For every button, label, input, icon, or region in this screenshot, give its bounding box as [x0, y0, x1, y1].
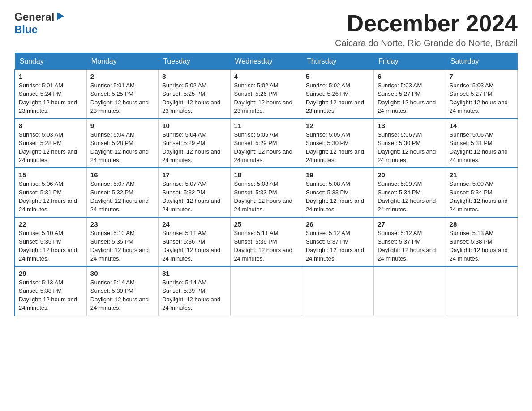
calendar-cell: 18 Sunrise: 5:08 AMSunset: 5:33 PMDaylig… [230, 168, 302, 217]
day-number: 7 [450, 73, 514, 80]
day-number: 11 [234, 122, 298, 129]
day-info: Sunrise: 5:13 AMSunset: 5:38 PMDaylight:… [450, 230, 508, 262]
calendar-cell: 22 Sunrise: 5:10 AMSunset: 5:35 PMDaylig… [15, 217, 86, 266]
day-info: Sunrise: 5:12 AMSunset: 5:37 PMDaylight:… [306, 230, 364, 262]
day-info: Sunrise: 5:03 AMSunset: 5:27 PMDaylight:… [378, 82, 436, 114]
day-info: Sunrise: 5:07 AMSunset: 5:32 PMDaylight:… [162, 180, 220, 213]
day-number: 5 [306, 73, 370, 80]
day-number: 23 [90, 220, 154, 228]
day-info: Sunrise: 5:11 AMSunset: 5:36 PMDaylight:… [162, 230, 220, 262]
weekday-header-sunday: Sunday [15, 53, 86, 69]
day-info: Sunrise: 5:08 AMSunset: 5:33 PMDaylight:… [234, 180, 292, 213]
calendar-cell: 26 Sunrise: 5:12 AMSunset: 5:37 PMDaylig… [302, 217, 373, 266]
day-info: Sunrise: 5:04 AMSunset: 5:28 PMDaylight:… [90, 131, 149, 163]
day-number: 1 [19, 73, 83, 80]
calendar-cell: 20 Sunrise: 5:09 AMSunset: 5:34 PMDaylig… [374, 168, 446, 217]
day-number: 3 [162, 73, 226, 80]
day-number: 28 [450, 220, 514, 228]
calendar-cell: 27 Sunrise: 5:12 AMSunset: 5:37 PMDaylig… [374, 217, 446, 266]
day-number: 14 [450, 122, 514, 129]
calendar-cell: 31 Sunrise: 5:14 AMSunset: 5:39 PMDaylig… [159, 266, 230, 316]
calendar-cell: 16 Sunrise: 5:07 AMSunset: 5:32 PMDaylig… [86, 168, 158, 217]
calendar-cell [230, 266, 302, 316]
day-info: Sunrise: 5:14 AMSunset: 5:39 PMDaylight:… [162, 279, 220, 311]
logo-triangle-icon [55, 11, 65, 21]
day-info: Sunrise: 5:02 AMSunset: 5:25 PMDaylight:… [162, 82, 220, 114]
day-info: Sunrise: 5:14 AMSunset: 5:39 PMDaylight:… [90, 279, 149, 311]
day-info: Sunrise: 5:02 AMSunset: 5:26 PMDaylight:… [306, 82, 364, 114]
calendar-cell: 30 Sunrise: 5:14 AMSunset: 5:39 PMDaylig… [86, 266, 158, 316]
calendar-cell: 7 Sunrise: 5:03 AMSunset: 5:27 PMDayligh… [446, 69, 517, 119]
day-info: Sunrise: 5:01 AMSunset: 5:25 PMDaylight:… [90, 82, 149, 114]
svg-marker-0 [57, 12, 64, 20]
day-info: Sunrise: 5:09 AMSunset: 5:34 PMDaylight:… [450, 180, 508, 213]
day-number: 17 [162, 171, 226, 179]
day-info: Sunrise: 5:05 AMSunset: 5:29 PMDaylight:… [234, 131, 292, 163]
title-block: December 2024 Caicara do Norte, Rio Gran… [335, 11, 518, 48]
weekday-header-monday: Monday [86, 53, 158, 69]
calendar-table: SundayMondayTuesdayWednesdayThursdayFrid… [14, 53, 518, 316]
calendar-cell: 13 Sunrise: 5:06 AMSunset: 5:30 PMDaylig… [374, 119, 446, 168]
day-number: 18 [234, 171, 298, 179]
calendar-cell: 9 Sunrise: 5:04 AMSunset: 5:28 PMDayligh… [86, 119, 158, 168]
calendar-week-row: 22 Sunrise: 5:10 AMSunset: 5:35 PMDaylig… [15, 217, 518, 266]
calendar-cell: 24 Sunrise: 5:11 AMSunset: 5:36 PMDaylig… [159, 217, 230, 266]
day-number: 10 [162, 122, 226, 129]
weekday-header-tuesday: Tuesday [159, 53, 230, 69]
page-header: General Blue December 2024 Caicara do No… [14, 11, 518, 48]
day-number: 6 [378, 73, 442, 80]
weekday-header-thursday: Thursday [302, 53, 373, 69]
calendar-cell: 4 Sunrise: 5:02 AMSunset: 5:26 PMDayligh… [230, 69, 302, 119]
weekday-header-saturday: Saturday [446, 53, 517, 69]
weekday-header-row: SundayMondayTuesdayWednesdayThursdayFrid… [15, 53, 518, 69]
day-number: 31 [162, 270, 226, 277]
calendar-cell: 29 Sunrise: 5:13 AMSunset: 5:38 PMDaylig… [15, 266, 86, 316]
day-number: 26 [306, 220, 370, 228]
calendar-cell: 3 Sunrise: 5:02 AMSunset: 5:25 PMDayligh… [159, 69, 230, 119]
month-title: December 2024 [335, 11, 518, 36]
location-subtitle: Caicara do Norte, Rio Grande do Norte, B… [335, 38, 518, 48]
calendar-cell: 2 Sunrise: 5:01 AMSunset: 5:25 PMDayligh… [86, 69, 158, 119]
calendar-cell: 1 Sunrise: 5:01 AMSunset: 5:24 PMDayligh… [15, 69, 86, 119]
day-number: 8 [19, 122, 83, 129]
day-number: 27 [378, 220, 442, 228]
day-info: Sunrise: 5:09 AMSunset: 5:34 PMDaylight:… [378, 180, 436, 213]
day-info: Sunrise: 5:04 AMSunset: 5:29 PMDaylight:… [162, 131, 220, 163]
day-info: Sunrise: 5:06 AMSunset: 5:31 PMDaylight:… [450, 131, 508, 163]
calendar-week-row: 15 Sunrise: 5:06 AMSunset: 5:31 PMDaylig… [15, 168, 518, 217]
calendar-cell: 25 Sunrise: 5:11 AMSunset: 5:36 PMDaylig… [230, 217, 302, 266]
calendar-cell: 17 Sunrise: 5:07 AMSunset: 5:32 PMDaylig… [159, 168, 230, 217]
calendar-cell: 8 Sunrise: 5:03 AMSunset: 5:28 PMDayligh… [15, 119, 86, 168]
day-number: 21 [450, 171, 514, 179]
day-info: Sunrise: 5:05 AMSunset: 5:30 PMDaylight:… [306, 131, 364, 163]
day-info: Sunrise: 5:01 AMSunset: 5:24 PMDaylight:… [19, 82, 77, 114]
day-number: 29 [19, 270, 83, 277]
calendar-cell [446, 266, 517, 316]
calendar-cell [302, 266, 373, 316]
day-number: 16 [90, 171, 154, 179]
day-info: Sunrise: 5:03 AMSunset: 5:28 PMDaylight:… [19, 131, 77, 163]
calendar-week-row: 29 Sunrise: 5:13 AMSunset: 5:38 PMDaylig… [15, 266, 518, 316]
day-number: 9 [90, 122, 154, 129]
day-number: 13 [378, 122, 442, 129]
day-number: 15 [19, 171, 83, 179]
calendar-cell: 28 Sunrise: 5:13 AMSunset: 5:38 PMDaylig… [446, 217, 517, 266]
calendar-week-row: 1 Sunrise: 5:01 AMSunset: 5:24 PMDayligh… [15, 69, 518, 119]
day-info: Sunrise: 5:10 AMSunset: 5:35 PMDaylight:… [90, 230, 149, 262]
weekday-header-friday: Friday [374, 53, 446, 69]
calendar-cell: 23 Sunrise: 5:10 AMSunset: 5:35 PMDaylig… [86, 217, 158, 266]
day-number: 25 [234, 220, 298, 228]
day-info: Sunrise: 5:08 AMSunset: 5:33 PMDaylight:… [306, 180, 364, 213]
calendar-cell: 5 Sunrise: 5:02 AMSunset: 5:26 PMDayligh… [302, 69, 373, 119]
day-info: Sunrise: 5:02 AMSunset: 5:26 PMDaylight:… [234, 82, 292, 114]
calendar-cell: 14 Sunrise: 5:06 AMSunset: 5:31 PMDaylig… [446, 119, 517, 168]
day-info: Sunrise: 5:06 AMSunset: 5:31 PMDaylight:… [19, 180, 77, 213]
calendar-cell: 10 Sunrise: 5:04 AMSunset: 5:29 PMDaylig… [159, 119, 230, 168]
day-info: Sunrise: 5:10 AMSunset: 5:35 PMDaylight:… [19, 230, 77, 262]
day-info: Sunrise: 5:03 AMSunset: 5:27 PMDaylight:… [450, 82, 508, 114]
day-number: 20 [378, 171, 442, 179]
calendar-cell: 19 Sunrise: 5:08 AMSunset: 5:33 PMDaylig… [302, 168, 373, 217]
calendar-cell: 11 Sunrise: 5:05 AMSunset: 5:29 PMDaylig… [230, 119, 302, 168]
day-number: 30 [90, 270, 154, 277]
calendar-cell: 15 Sunrise: 5:06 AMSunset: 5:31 PMDaylig… [15, 168, 86, 217]
